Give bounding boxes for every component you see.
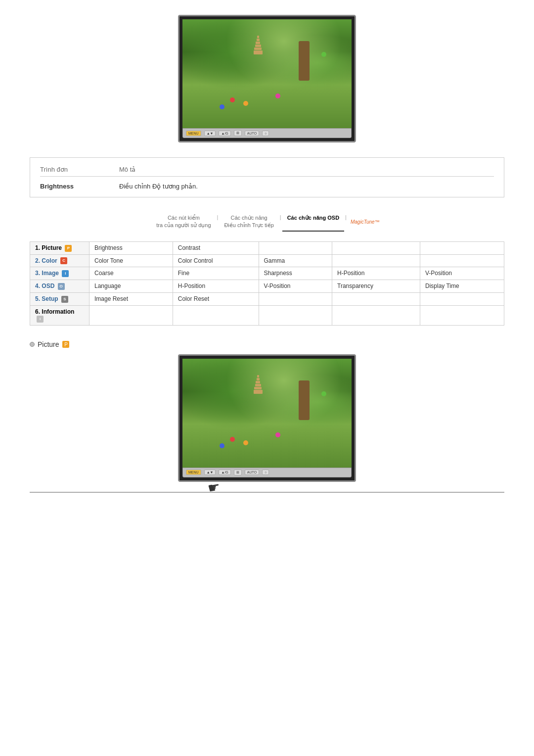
monitor2-screen: [182, 359, 352, 468]
updown-button[interactable]: ▲▼: [204, 131, 216, 136]
row4-col1[interactable]: 4. OSD O: [30, 280, 89, 293]
row6-col1[interactable]: 6. Informationi: [30, 305, 89, 325]
row5-col4: [259, 293, 332, 306]
row4-col3[interactable]: H-Position: [173, 280, 259, 293]
table-row: 3. Image I Coarse Fine Sharpness H-Posit…: [30, 267, 504, 280]
row2-col3[interactable]: Color Control: [173, 254, 259, 267]
row5-col1[interactable]: 5. Setup S: [30, 293, 89, 306]
auto-button2[interactable]: AUTO: [245, 470, 259, 475]
picture-icon: P: [65, 245, 72, 252]
table-row: 6. Informationi: [30, 305, 504, 325]
row3-col2[interactable]: Coarse: [89, 267, 173, 280]
menu-item-label: Brightness: [40, 183, 119, 190]
monitor1-section: MENU ▲▼ ▲/G ⊞ AUTO ○: [30, 15, 504, 142]
row1-col3[interactable]: Contrast: [173, 241, 259, 254]
pagoda-decoration: [254, 36, 263, 70]
monitor1-outer: MENU ▲▼ ▲/G ⊞ AUTO ○: [178, 15, 356, 142]
table-row: 5. Setup S Image Reset Color Reset: [30, 293, 504, 306]
monitor2-section: MENU ▲▼ ▲/G ⊞ AUTO ○ ☛: [30, 354, 504, 482]
row5-col6: [420, 293, 504, 306]
row1-col2[interactable]: Brightness: [89, 241, 173, 254]
monitor1-bottom-bar: MENU ▲▼ ▲/G ⊞ AUTO ○: [182, 128, 352, 138]
row1-col4: [259, 241, 332, 254]
menu-description-table: Trình đơn Mô tả Brightness Điều chỉnh Độ…: [30, 157, 504, 197]
row5-col3[interactable]: Color Reset: [173, 293, 259, 306]
monitor2-outer: MENU ▲▼ ▲/G ⊞ AUTO ○ ☛: [178, 354, 356, 482]
screen-garden2: [182, 359, 352, 468]
heading-dot-icon: [30, 342, 35, 347]
row1-col5: [332, 241, 420, 254]
magictune-tab[interactable]: MagicTune™: [348, 212, 383, 232]
row3-col4[interactable]: Sharpness: [259, 267, 332, 280]
picture-section-heading: Picture P: [30, 340, 504, 348]
separator1: |: [216, 212, 220, 232]
setup-icon: S: [61, 296, 68, 303]
power-button2[interactable]: ○: [262, 470, 269, 475]
table-row: 4. OSD O Language H-Position V-Position …: [30, 280, 504, 293]
row6-col6: [420, 305, 504, 325]
info-icon: i: [37, 316, 44, 323]
row4-col2[interactable]: Language: [89, 280, 173, 293]
row5-col2[interactable]: Image Reset: [89, 293, 173, 306]
screen-garden: [182, 19, 352, 128]
row3-col6[interactable]: V-Position: [420, 267, 504, 280]
row6-col3: [173, 305, 259, 325]
up-g-button2[interactable]: ▲/G: [219, 470, 230, 475]
menu-table-header: Trình đơn Mô tả: [40, 163, 494, 177]
tree-decoration: [299, 41, 310, 81]
separator3: |: [344, 212, 348, 232]
monitor2-frame: MENU ▲▼ ▲/G ⊞ AUTO ○: [178, 354, 356, 482]
row4-col6[interactable]: Display Time: [420, 280, 504, 293]
menu-button[interactable]: MENU: [186, 131, 201, 136]
tab-user-controls[interactable]: Các nút kiểm tra của người sử dụng: [151, 212, 216, 232]
row4-col4[interactable]: V-Position: [259, 280, 332, 293]
grid-button[interactable]: ⊞: [234, 130, 242, 136]
auto-button[interactable]: AUTO: [245, 131, 259, 136]
separator2: |: [279, 212, 282, 232]
col1-header: Trình đơn: [40, 166, 119, 173]
grid-button2[interactable]: ⊞: [234, 470, 242, 475]
picture-heading-icon: P: [62, 341, 69, 348]
row6-col5: [332, 305, 420, 325]
row5-col5: [332, 293, 420, 306]
row3-col1[interactable]: 3. Image I: [30, 267, 89, 280]
row2-col2[interactable]: Color Tone: [89, 254, 173, 267]
col2-header: Mô tả: [119, 166, 494, 173]
monitor1-screen: [182, 19, 352, 128]
row2-col1[interactable]: 2. Color C: [30, 254, 89, 267]
row3-col5[interactable]: H-Position: [332, 267, 420, 280]
monitor1-frame: MENU ▲▼ ▲/G ⊞ AUTO ○: [178, 15, 356, 142]
menu-button2[interactable]: MENU: [186, 470, 201, 475]
tab-direct-adjust[interactable]: Các chức năng Điều chỉnh Trực tiếp: [219, 212, 278, 232]
tab-osd-functions[interactable]: Các chức năng OSD: [282, 212, 344, 232]
row1-col6: [420, 241, 504, 254]
tree2-decoration: [299, 380, 310, 420]
menu-item-desc: Điều chỉnh Độ tương phản.: [119, 183, 494, 190]
row2-col5: [332, 254, 420, 267]
row2-col6: [420, 254, 504, 267]
row1-col1[interactable]: 1. Picture P: [30, 241, 89, 254]
bottom-divider: [30, 492, 504, 493]
nav-tabs: Các nút kiểm tra của người sử dụng | Các…: [151, 212, 382, 232]
table-row: 2. Color C Color Tone Color Control Gamm…: [30, 254, 504, 267]
row6-col4: [259, 305, 332, 325]
osd-grid-table: 1. Picture P Brightness Contrast 2. Colo…: [30, 241, 504, 326]
osd-icon: O: [58, 283, 65, 290]
magictune-logo: MagicTune™: [351, 219, 380, 225]
pagoda2-decoration: [254, 375, 263, 410]
row6-col2: [89, 305, 173, 325]
nav-tabs-section: Các nút kiểm tra của người sử dụng | Các…: [30, 212, 504, 232]
row2-col4[interactable]: Gamma: [259, 254, 332, 267]
updown-button2[interactable]: ▲▼: [204, 470, 216, 475]
row4-col5[interactable]: Transparency: [332, 280, 420, 293]
table-row: 1. Picture P Brightness Contrast: [30, 241, 504, 254]
menu-table-row: Brightness Điều chỉnh Độ tương phản.: [40, 181, 494, 192]
picture-heading-text: Picture: [38, 340, 59, 348]
up-g-button[interactable]: ▲/G: [219, 131, 230, 136]
image-icon: I: [62, 270, 69, 277]
color-icon: C: [60, 257, 67, 264]
monitor2-bottom-bar: MENU ▲▼ ▲/G ⊞ AUTO ○: [182, 468, 352, 477]
power-button[interactable]: ○: [262, 131, 269, 136]
page-wrapper: MENU ▲▼ ▲/G ⊞ AUTO ○ Trình đơn Mô tả Bri…: [0, 0, 534, 508]
row3-col3[interactable]: Fine: [173, 267, 259, 280]
